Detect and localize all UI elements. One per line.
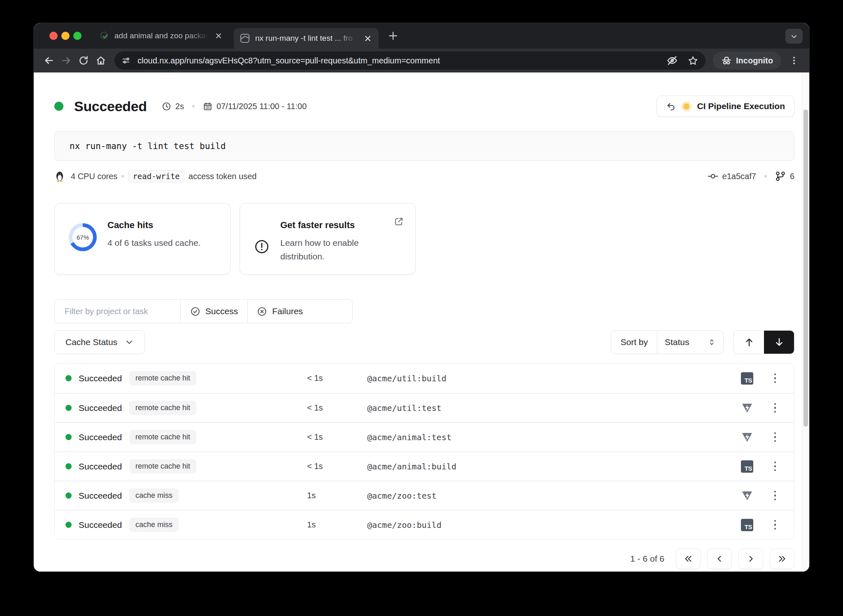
new-tab-button[interactable] [386,29,400,43]
sort-control: Sort by Status [611,330,724,354]
tab-nx-run[interactable]: nx run-many -t lint test ... fro [234,28,379,49]
row-menu-icon[interactable] [771,429,780,446]
task-status-dot [65,522,72,528]
url-text[interactable]: cloud.nx.app/runs/agsvEHsQc8?utm_source=… [137,56,664,65]
cache-hits-title: Cache hits [107,220,200,231]
reload-icon[interactable] [75,52,92,69]
filter-success-button[interactable]: Success [180,300,247,323]
get-faster-results-card[interactable]: Get faster results Learn how to enable d… [240,203,416,275]
cache-hits-card[interactable]: 67% Cache hits 4 of 6 tasks used cache. [54,203,231,275]
task-name[interactable]: @acme/util:build [367,373,731,383]
branch-count[interactable]: 6 [790,172,794,181]
task-duration: 1s [307,491,367,500]
filter-bar: Success Failures [54,299,353,323]
row-menu-icon[interactable] [771,400,780,416]
list-controls: Cache Status Sort by Status [54,330,794,354]
bookmark-star-icon[interactable] [684,52,701,69]
linux-penguin-icon [54,170,65,182]
task-row[interactable]: Succeeded cache miss 1s @acme/zoo:test T… [55,481,794,510]
filter-failures-button[interactable]: Failures [247,300,312,323]
cache-status-badge: remote cache hit [129,371,196,385]
run-status-dot [54,102,63,111]
external-link-icon[interactable] [394,217,404,226]
home-icon[interactable] [92,52,109,69]
task-status-dot [65,492,72,499]
check-circle-icon [190,306,200,317]
previous-page-button[interactable] [707,548,732,569]
cache-status-badge: cache miss [129,488,179,503]
task-name[interactable]: @acme/util:test [367,403,731,413]
separator-dot [121,175,124,177]
browser-menu-icon[interactable] [785,52,803,69]
github-check-icon [100,31,109,41]
task-name[interactable]: @acme/zoo:build [367,520,731,530]
task-name[interactable]: @acme/zoo:test [367,491,731,501]
task-duration: < 1s [307,403,367,413]
sort-ascending-button[interactable] [734,331,764,354]
run-duration: 2s [175,102,184,111]
cache-status-dropdown[interactable]: Cache Status [54,330,145,354]
row-menu-icon[interactable] [771,488,780,504]
incognito-badge: Incognito [713,51,781,70]
back-icon[interactable] [40,52,58,69]
scrollbar-thumb[interactable] [803,110,808,427]
tab-title: add animal and zoo packages [114,31,208,40]
sort-direction-toggle [734,330,794,354]
summary-cards: 67% Cache hits 4 of 6 tasks used cache. [54,203,794,275]
task-row[interactable]: Succeeded cache miss 1s @acme/zoo:build … [55,510,794,539]
tab-close-icon[interactable] [362,33,373,44]
tab-list-chevron-button[interactable] [785,29,803,44]
task-status-label: Succeeded [79,491,129,501]
task-list: Succeeded remote cache hit < 1s @acme/ut… [54,363,794,539]
chevron-down-icon [125,338,134,347]
task-row[interactable]: Succeeded remote cache hit < 1s @acme/ut… [55,393,794,422]
tab-pull-request[interactable]: add animal and zoo packages [94,23,230,49]
eye-off-icon[interactable] [664,52,681,69]
separator-dot [764,175,767,177]
minimize-window-button[interactable] [61,32,70,40]
row-menu-icon[interactable] [771,517,780,533]
browser-toolbar: cloud.nx.app/runs/agsvEHsQc8?utm_source=… [34,49,809,72]
maximize-window-button[interactable] [73,32,82,40]
task-name[interactable]: @acme/animal:test [367,432,731,442]
next-page-button[interactable] [738,548,763,569]
forward-icon[interactable] [58,52,75,69]
site-settings-icon[interactable] [119,54,133,67]
task-name[interactable]: @acme/animal:build [367,462,731,471]
task-status-label: Succeeded [79,373,129,383]
cache-hits-percent: 67% [77,234,89,241]
cpu-cores-text: 4 CPU cores [71,172,117,181]
row-menu-icon[interactable] [771,370,780,387]
task-status-label: Succeeded [79,520,129,530]
run-command-box: nx run-many -t lint test build [54,131,794,161]
separator-dot [192,105,195,107]
cache-hits-donut: 67% [69,223,97,251]
typescript-icon: TS [741,519,753,531]
page-scrollbar[interactable] [802,72,809,572]
address-bar[interactable]: cloud.nx.app/runs/agsvEHsQc8?utm_source=… [114,51,706,70]
cache-status-badge: cache miss [129,518,179,532]
task-row[interactable]: Succeeded remote cache hit < 1s @acme/ut… [55,364,794,393]
filter-input[interactable] [55,300,180,323]
sort-descending-button[interactable] [764,331,794,354]
branch-fork-icon [775,171,786,182]
faster-results-body[interactable]: Learn how to enable distribution. [280,236,375,263]
tab-close-icon[interactable] [213,30,224,41]
sort-field-select[interactable]: Status [657,331,723,354]
tab-strip: add animal and zoo packages nx run-many … [34,23,809,49]
last-page-button[interactable] [770,548,794,569]
cache-status-label: Cache Status [65,337,117,347]
row-menu-icon[interactable] [771,458,780,475]
commit-sha[interactable]: e1a5caf7 [722,172,756,181]
info-exclamation-icon [254,239,270,274]
ci-pipeline-execution-button[interactable]: CI Pipeline Execution [657,96,794,117]
first-page-button[interactable] [676,548,701,569]
calendar-icon [203,102,212,111]
task-duration: 1s [307,520,367,530]
tab-title: nx run-many -t lint test ... fro [255,34,357,43]
task-row[interactable]: Succeeded remote cache hit < 1s @acme/an… [55,422,794,451]
task-row[interactable]: Succeeded remote cache hit < 1s @acme/an… [55,451,794,481]
incognito-icon [721,55,732,66]
close-window-button[interactable] [49,32,58,40]
cache-status-badge: remote cache hit [129,459,196,474]
